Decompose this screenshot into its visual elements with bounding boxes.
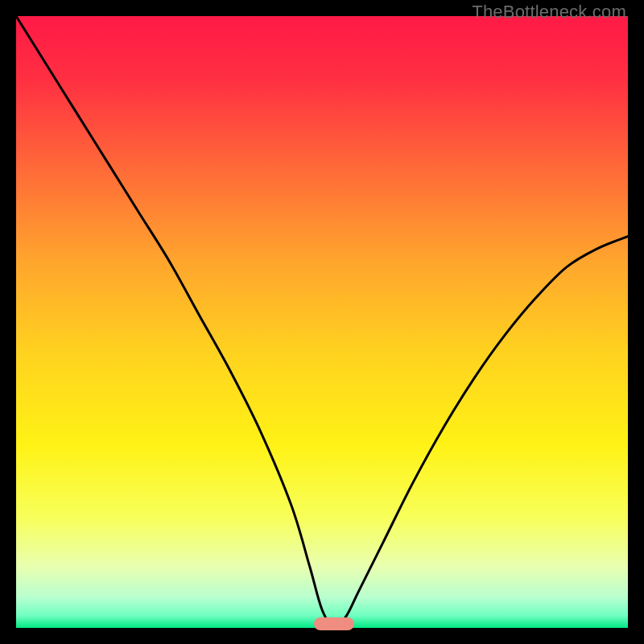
outer-frame: TheBottleneck.com <box>0 0 644 644</box>
watermark-text: TheBottleneck.com <box>472 2 626 23</box>
bottleneck-curve <box>16 16 628 628</box>
plot-area <box>16 16 628 628</box>
curve-layer <box>16 16 628 628</box>
optimum-marker <box>314 617 354 630</box>
